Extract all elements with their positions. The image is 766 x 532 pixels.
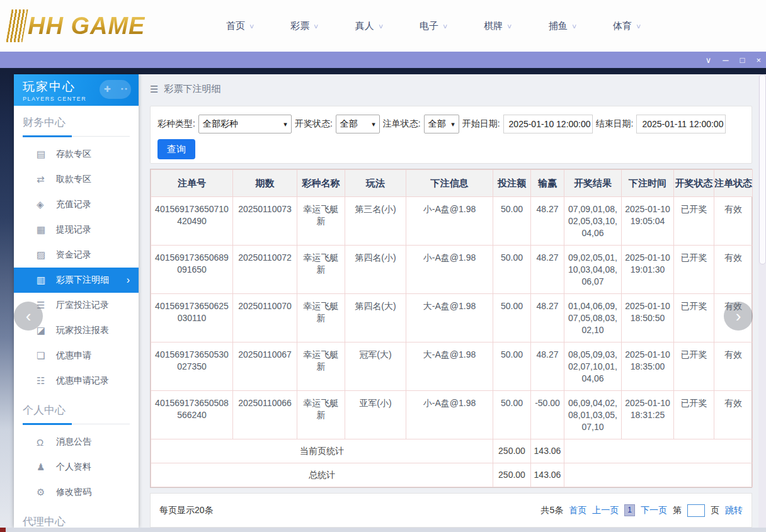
sidebar-section-heading-label: 个人中心	[23, 404, 66, 416]
sidebar-item-lottery-bet-detail[interactable]: ▥彩票下注明细›	[14, 268, 139, 293]
cell-play: 冠军(大)	[345, 342, 406, 391]
nav-item-6[interactable]: 捕鱼∨	[530, 20, 595, 32]
sidebar-item-label: 充值记录	[56, 199, 91, 210]
page-jump-input[interactable]	[687, 504, 705, 517]
jump-suffix-label: 页	[711, 505, 719, 516]
cell-bet-info: 小-A盘@1.98	[406, 391, 493, 439]
summary-label: 总统计	[151, 463, 493, 487]
nav-item-3[interactable]: 真人∨	[337, 20, 401, 32]
cell-bet-amount: 50.00	[493, 391, 531, 439]
next-page-link[interactable]: 下一页	[641, 505, 667, 516]
end-date-input[interactable]: 2025-01-11 12:00:00	[636, 115, 726, 133]
lottery-type-select[interactable]: 全部彩种▾	[198, 115, 292, 133]
sidebar-item-personal-profile[interactable]: ♟个人资料	[14, 455, 139, 480]
search-button[interactable]: 查询	[157, 139, 195, 159]
col-bet-amount: 投注额	[493, 170, 531, 197]
hamburger-icon[interactable]: ☰	[150, 84, 158, 95]
collapse-button[interactable]: ∨	[706, 56, 712, 64]
sidebar-section-heading: 财务中心	[23, 115, 130, 137]
sidebar-item-change-password[interactable]: ⚙修改密码	[14, 480, 139, 505]
cell-lottery-name: 幸运飞艇新	[297, 342, 345, 391]
draw-status-label: 开奖状态:	[295, 118, 333, 130]
sidebar-section-heading: 代理中心	[23, 514, 130, 528]
cell-bet-time: 2025-01-10 18:50:50	[622, 294, 674, 342]
cell-bet-info: 小-A盘@1.98	[406, 246, 493, 294]
cell-lottery-name: 幸运飞艇新	[297, 294, 345, 342]
summary-empty	[564, 439, 753, 463]
col-bet-info: 下注信息	[406, 170, 493, 197]
panel-expand-button[interactable]: ›	[724, 302, 753, 331]
table-row: 40156917365068909165020250110072幸运飞艇新第四名…	[151, 246, 753, 294]
col-draw-result: 开奖结果	[564, 170, 622, 197]
order-status-label: 注单状态:	[383, 118, 421, 130]
bet-table-panel: 注单号期数彩种名称玩法下注信息投注额输赢开奖结果下注时间开奖状态注单状态4015…	[150, 169, 752, 488]
total-count: 共5条	[541, 505, 564, 516]
vertical-scrollbar[interactable]	[758, 74, 766, 528]
nav-item-label: 捕鱼	[549, 20, 568, 32]
nav-item-5[interactable]: 棋牌∨	[466, 20, 530, 32]
summary-label: 当前页统计	[151, 439, 493, 463]
cell-issue: 20250110073	[233, 197, 297, 246]
cell-draw-result: 08,05,09,03,02,07,10,01,04,06	[564, 342, 622, 391]
chevron-down-icon: ▾	[283, 120, 287, 128]
logo-text: HH GAME	[28, 13, 145, 40]
cell-lottery-name: 幸运飞艇新	[297, 391, 345, 439]
bet-detail-table: 注单号期数彩种名称玩法下注信息投注额输赢开奖结果下注时间开奖状态注单状态4015…	[151, 169, 753, 487]
sidebar-item-withdrawal-records[interactable]: ▦提现记录	[14, 217, 139, 242]
cell-order-status: 有效	[714, 342, 753, 391]
sidebar-item-deposit-zone[interactable]: ▤存款专区	[14, 142, 139, 167]
cell-bet-amount: 50.00	[493, 246, 531, 294]
minimize-button[interactable]: ─	[723, 56, 728, 64]
cell-bet-amount: 50.00	[493, 294, 531, 342]
draw-status-select[interactable]: 全部▾	[336, 115, 380, 133]
cell-order-status: 有效	[714, 197, 753, 246]
summary-empty	[564, 463, 753, 487]
nav-item-4[interactable]: 电子∨	[401, 20, 466, 32]
summary-row: 当前页统计250.00143.06	[151, 439, 753, 463]
current-page-badge[interactable]: 1	[624, 504, 635, 516]
first-page-link[interactable]: 首页	[569, 505, 586, 516]
nav-item-2[interactable]: 彩票∨	[272, 20, 336, 32]
prev-page-link[interactable]: 上一页	[592, 505, 619, 516]
selected-value: 全部彩种	[203, 118, 238, 130]
maximize-button[interactable]: □	[740, 56, 745, 64]
sidebar-item-message-announcements[interactable]: Ω消息公告	[14, 429, 139, 455]
sidebar-item-label: 资金记录	[56, 249, 91, 261]
cell-order-no: 401569173650689091650	[151, 246, 233, 294]
cell-draw-status: 已开奖	[674, 197, 714, 246]
sidebar-item-promo-apply-records[interactable]: ☷优惠申请记录	[14, 368, 139, 393]
cell-play: 第四名(大)	[345, 294, 406, 342]
cell-bet-time: 2025-01-10 18:31:25	[622, 391, 674, 439]
hand-money-icon: ⇄	[37, 174, 56, 185]
sidebar-item-label: 消息公告	[56, 436, 91, 448]
sidebar-item-promo-apply[interactable]: ❏优惠申请	[14, 343, 139, 368]
selected-value: 全部	[428, 118, 446, 130]
table-row: 40156917365050856624020250110066幸运飞艇新亚军(…	[151, 391, 753, 439]
cell-draw-status: 已开奖	[674, 391, 714, 439]
sidebar-item-recharge-records[interactable]: ◈充值记录	[14, 192, 139, 217]
col-play: 玩法	[345, 170, 406, 197]
cell-bet-amount: 50.00	[493, 197, 531, 246]
chevron-down-icon: ∨	[313, 23, 319, 30]
nav-item-1[interactable]: 首页∨	[208, 20, 272, 32]
start-date-input[interactable]: 2025-01-10 12:00:00	[503, 115, 593, 133]
jump-link[interactable]: 跳转	[725, 505, 743, 516]
cell-lottery-name: 幸运飞艇新	[297, 246, 345, 294]
brand-logo: HH GAME	[9, 8, 145, 44]
scrollbar-thumb[interactable]	[759, 74, 766, 264]
order-status-select[interactable]: 全部▾	[424, 115, 459, 133]
nav-item-7[interactable]: 体育∨	[595, 20, 659, 32]
purse-icon: ▨	[37, 249, 56, 261]
nav-item-label: 棋牌	[484, 20, 503, 32]
close-button[interactable]: ×	[756, 56, 761, 64]
sidebar-collapse-button[interactable]: ‹	[14, 302, 43, 331]
chevron-down-icon: ∨	[506, 23, 513, 30]
sidebar-item-funds-records[interactable]: ▨资金记录	[14, 242, 139, 268]
sidebar-item-withdraw-zone[interactable]: ⇄取款专区	[14, 167, 139, 192]
cell-bet-time: 2025-01-10 18:35:00	[622, 342, 674, 391]
cell-issue: 20250110066	[233, 391, 297, 439]
cell-bet-info: 大-A盘@1.98	[406, 294, 493, 342]
selected-value: 全部	[340, 118, 358, 130]
nav-item-label: 首页	[226, 20, 245, 32]
money-bag-icon: ◈	[37, 199, 56, 210]
